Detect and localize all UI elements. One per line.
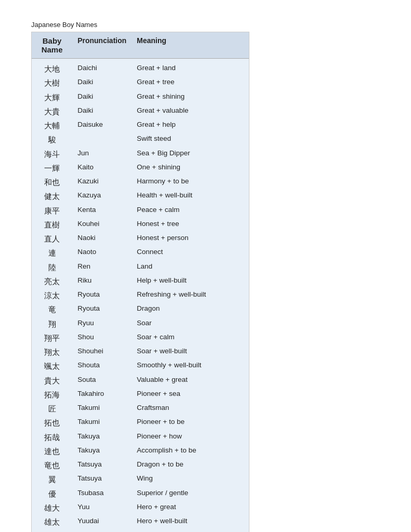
table-row: 連NaotoConnect [32, 246, 249, 260]
cell-pronunciation: Tatsuya [72, 458, 131, 472]
names-table: BabyName Pronunciation Meaning 大地DaichiG… [32, 32, 249, 532]
cell-pronunciation: Takumi [72, 416, 131, 430]
table-row: 翔RyuuSoar [32, 317, 249, 331]
table-row: 竜也TatsuyaDragon + to be [32, 458, 249, 472]
cell-pronunciation: Kenta [72, 204, 131, 218]
cell-meaning: Health + well-built [131, 189, 249, 203]
cell-name: 竜 [32, 302, 72, 316]
cell-meaning: Dragon [131, 302, 249, 316]
cell-meaning: Great + help [131, 118, 249, 132]
cell-pronunciation: Takahiro [72, 388, 131, 402]
table-row: 優TsubasaSuperior / gentle [32, 487, 249, 501]
cell-name: 大樹 [32, 76, 72, 90]
cell-meaning: Dragon + to be [131, 458, 249, 472]
table-row: 一輝KaitoOne + shining [32, 161, 249, 175]
cell-pronunciation: Daiki [72, 76, 131, 90]
table-row: 直樹KouheiHonest + tree [32, 218, 249, 232]
cell-meaning: Peace + calm [131, 204, 249, 218]
table-row: 直人NaokiHonest + person [32, 232, 249, 246]
table-row: 翼TatsuyaWing [32, 472, 249, 486]
cell-name: 海斗 [32, 147, 72, 161]
table-row: 拓海TakahiroPioneer + sea [32, 388, 249, 402]
cell-meaning: Connect [131, 246, 249, 260]
cell-meaning: Land [131, 260, 249, 274]
cell-name: 翔 [32, 317, 72, 331]
table-row: 拓哉TakuyaPioneer + how [32, 430, 249, 444]
cell-name: 大輝 [32, 90, 72, 104]
cell-pronunciation: Daichi [72, 59, 131, 76]
cell-name: 大地 [32, 59, 72, 76]
cell-meaning: Pioneer + to be [131, 416, 249, 430]
cell-name: 陸 [32, 260, 72, 274]
cell-pronunciation: Takumi [72, 402, 131, 416]
cell-meaning: Wing [131, 472, 249, 486]
cell-pronunciation: Shouhei [72, 345, 131, 359]
cell-pronunciation: Ryouta [72, 302, 131, 316]
cell-pronunciation: Daisuke [72, 118, 131, 132]
cell-name: 雄太 [32, 515, 72, 529]
cell-pronunciation: Kazuya [72, 189, 131, 203]
cell-name: 直樹 [32, 218, 72, 232]
cell-name: 拓也 [32, 416, 72, 430]
cell-meaning: Hero + great [131, 501, 249, 515]
cell-name: 優斗 [32, 529, 72, 532]
cell-pronunciation: Kazuki [72, 175, 131, 189]
cell-pronunciation: Tatsuya [72, 472, 131, 486]
cell-pronunciation: Naoto [72, 246, 131, 260]
cell-pronunciation: Daiki [72, 104, 131, 118]
cell-meaning: Pioneer + how [131, 430, 249, 444]
header-baby-name: BabyName [32, 32, 72, 59]
cell-name: 貴大 [32, 374, 72, 388]
cell-pronunciation: Ryouta [72, 288, 131, 302]
table-row: 和也KazukiHarmony + to be [32, 175, 249, 189]
table-row: 雄大YuuHero + great [32, 501, 249, 515]
cell-name: 優 [32, 487, 72, 501]
cell-name: 健太 [32, 189, 72, 203]
cell-meaning: Superior / gentle + Big Dipper [131, 529, 249, 532]
table-row: 雄太YuudaiHero + well-built [32, 515, 249, 529]
table-row: 翔太ShouheiSoar + well-built [32, 345, 249, 359]
cell-meaning: Refreshing + well-built [131, 288, 249, 302]
cell-meaning: Soar + well-built [131, 345, 249, 359]
table-row: 大樹DaikiGreat + tree [32, 76, 249, 90]
cell-pronunciation: Ren [72, 260, 131, 274]
table-row: 駿Swift steed [32, 132, 249, 147]
cell-name: 翼 [32, 472, 72, 486]
cell-pronunciation [72, 132, 131, 147]
cell-meaning: Help + well-built [131, 274, 249, 288]
cell-pronunciation: Kouhei [72, 218, 131, 232]
table-header-row: BabyName Pronunciation Meaning [32, 32, 249, 59]
table-row: 大輔DaisukeGreat + help [32, 118, 249, 132]
cell-pronunciation: Yuu [72, 501, 131, 515]
table-row: 海斗JunSea + Big Dipper [32, 147, 249, 161]
table-row: 康平KentaPeace + calm [32, 204, 249, 218]
cell-name: 雄大 [32, 501, 72, 515]
cell-pronunciation: Yuuta [72, 529, 131, 532]
cell-name: 亮太 [32, 274, 72, 288]
cell-name: 竜也 [32, 458, 72, 472]
cell-meaning: Harmony + to be [131, 175, 249, 189]
cell-name: 直人 [32, 232, 72, 246]
cell-meaning: Great + shining [131, 90, 249, 104]
cell-pronunciation: Ryuu [72, 317, 131, 331]
cell-name: 匠 [32, 402, 72, 416]
cell-pronunciation: Shouta [72, 359, 131, 373]
cell-meaning: One + shining [131, 161, 249, 175]
cell-name: 和也 [32, 175, 72, 189]
table-row: 大貴DaikiGreat + valuable [32, 104, 249, 118]
cell-name: 一輝 [32, 161, 72, 175]
cell-name: 連 [32, 246, 72, 260]
page-title: Japanese Boy Names [31, 21, 380, 29]
cell-pronunciation: Tsubasa [72, 487, 131, 501]
cell-name: 涼太 [32, 288, 72, 302]
table-row: 大地DaichiGreat + land [32, 59, 249, 76]
cell-pronunciation: Souta [72, 374, 131, 388]
cell-name: 翔太 [32, 345, 72, 359]
cell-pronunciation: Takuya [72, 430, 131, 444]
cell-name: 駿 [32, 132, 72, 147]
cell-pronunciation: Jun [72, 147, 131, 161]
cell-pronunciation: Yuudai [72, 515, 131, 529]
table-row: 大輝DaikiGreat + shining [32, 90, 249, 104]
cell-name: 颯太 [32, 359, 72, 373]
table-row: 翔平ShouSoar + calm [32, 331, 249, 345]
